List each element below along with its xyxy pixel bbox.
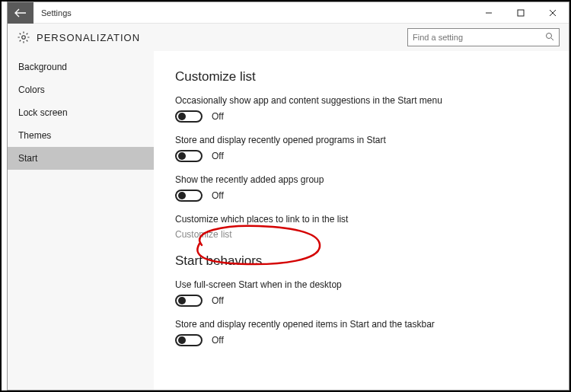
toggle-recent-programs[interactable] xyxy=(175,150,203,162)
window-controls xyxy=(473,2,569,24)
sidebar-item-label: Lock screen xyxy=(18,107,68,118)
toggle-suggestions[interactable] xyxy=(175,110,203,123)
toggle-state: Off xyxy=(212,295,224,306)
body: Background Colors Lock screen Themes Sta… xyxy=(8,51,569,390)
toggle-recently-added[interactable] xyxy=(175,190,203,202)
sidebar-item-label: Themes xyxy=(18,130,51,141)
setting-suggestions: Occasionally show app and content sugges… xyxy=(175,95,547,123)
sidebar: Background Colors Lock screen Themes Sta… xyxy=(8,51,154,390)
sidebar-item-label: Background xyxy=(18,62,67,72)
page-header: PERSONALIZATION xyxy=(8,24,569,51)
close-button[interactable] xyxy=(537,2,569,24)
setting-label: Store and display recently opened progra… xyxy=(175,135,547,145)
sidebar-item-themes[interactable]: Themes xyxy=(8,124,154,147)
customize-list-link[interactable]: Customize list xyxy=(175,229,547,240)
minimize-button[interactable] xyxy=(473,2,505,24)
setting-recently-added: Show the recently added apps group Off xyxy=(175,174,547,202)
search-input[interactable] xyxy=(413,33,545,42)
sidebar-item-background[interactable]: Background xyxy=(8,56,154,78)
setting-fullscreen-start: Use full-screen Start when in the deskto… xyxy=(175,279,547,307)
svg-rect-1 xyxy=(518,10,524,16)
setting-label: Use full-screen Start when in the deskto… xyxy=(175,279,547,290)
toggle-state: Off xyxy=(212,335,224,346)
svg-point-5 xyxy=(547,33,552,38)
toggle-fullscreen-start[interactable] xyxy=(175,295,203,307)
toggle-recent-items[interactable] xyxy=(175,334,203,346)
setting-customize-places: Customize which places to link to in the… xyxy=(175,214,547,240)
group-title-customize-list: Customize list xyxy=(175,69,547,84)
toggle-state: Off xyxy=(212,151,224,161)
toggle-state: Off xyxy=(212,190,224,201)
titlebar: Settings xyxy=(8,2,569,24)
sidebar-item-start[interactable]: Start xyxy=(8,147,154,170)
sidebar-item-label: Start xyxy=(18,153,37,164)
content-area: Customize list Occasionally show app and… xyxy=(154,51,569,390)
group-title-start-behaviors: Start behaviors xyxy=(175,253,547,269)
setting-recent-programs: Store and display recently opened progra… xyxy=(175,135,547,162)
svg-line-6 xyxy=(551,38,553,40)
search-icon xyxy=(545,32,554,43)
setting-recent-items: Store and display recently opened items … xyxy=(175,319,547,346)
setting-label: Customize which places to link to in the… xyxy=(175,214,547,225)
svg-point-4 xyxy=(22,36,26,40)
section-title: PERSONALIZATION xyxy=(37,32,140,43)
setting-label: Store and display recently opened items … xyxy=(175,319,547,330)
maximize-button[interactable] xyxy=(505,2,537,24)
sidebar-item-colors[interactable]: Colors xyxy=(8,78,154,101)
back-button[interactable] xyxy=(8,2,33,24)
window-title: Settings xyxy=(41,8,72,18)
toggle-state: Off xyxy=(212,111,224,122)
sidebar-item-label: Colors xyxy=(18,84,45,95)
sidebar-item-lock-screen[interactable]: Lock screen xyxy=(8,101,154,124)
gear-icon xyxy=(17,30,30,44)
search-box[interactable] xyxy=(407,28,560,46)
setting-label: Show the recently added apps group xyxy=(175,174,547,185)
settings-window: Settings PERSONALIZATION Bac xyxy=(7,2,569,390)
setting-label: Occasionally show app and content sugges… xyxy=(175,95,547,106)
